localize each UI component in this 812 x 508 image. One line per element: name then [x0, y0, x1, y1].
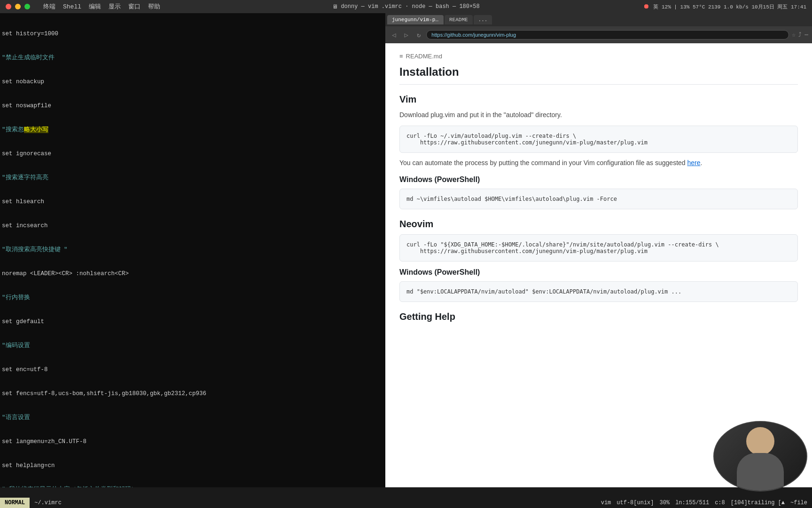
sys-stats: 英 12% | 13% 57°C 2139 1.0 kb/s 10月15日 周五… [653, 3, 806, 10]
subsection-vim: Vim [399, 94, 798, 105]
browser-tab[interactable]: README [445, 15, 473, 24]
minimize-button[interactable] [15, 4, 21, 9]
subsection-neovim: Neovim [399, 219, 798, 230]
share-icon[interactable]: ⤴ [798, 32, 802, 39]
vim-editor[interactable]: set history=1000 "禁止生成临时文件 set nobackup … [0, 13, 385, 487]
window-controls: 终端 Shell 编辑 显示 窗口 帮助 [6, 2, 160, 11]
scroll-percent: 30% [660, 500, 670, 506]
menu-edit[interactable]: 编辑 [89, 2, 101, 11]
automate-text: You can automate the process by putting … [399, 159, 686, 167]
browser-tab-bar: junegunn/vim-plug README ... [385, 13, 812, 26]
automate-paragraph: You can automate the process by putting … [399, 158, 798, 169]
subsection-help: Getting Help [399, 311, 798, 322]
vim-line: "编码设置 [2, 342, 383, 350]
vim-line: "取消搜索高亮快捷键 " [2, 246, 383, 254]
menu-terminal[interactable]: 终端 [43, 2, 55, 11]
windows2-code-block: md "$env:LOCALAPPDATA/nvim/autoload" $en… [399, 281, 798, 302]
terminal-window: set history=1000 "禁止生成临时文件 set nobackup … [0, 13, 812, 487]
vim-line: "禁止生成临时文件 [2, 54, 383, 62]
bookmark-icon[interactable]: ☆ [792, 31, 796, 39]
vim-line: noremap <LEADER><CR> :nohlsearch<CR> [2, 270, 383, 278]
window-title: 🖥 donny — vim .vimrc · node — bash — 180… [332, 3, 479, 10]
status-filepath: ~/.vimrc [30, 500, 66, 506]
subsection-windows: Windows (PowerShell) [399, 175, 798, 184]
record-btn[interactable]: ⏺ [643, 3, 649, 10]
browser-pane: junegunn/vim-plug README ... ◁ ▷ ↻ ☆ ⤴ ⋯… [385, 13, 812, 487]
line-info: ln:155/511 [675, 500, 709, 506]
neovim-code-block: curl -fLo "${XDG_DATA_HOME:-$HOME/.local… [399, 234, 798, 262]
col-info: c:8 [715, 500, 725, 506]
vim-line: "语言设置 [2, 414, 383, 422]
vim-line: set hlsearch [2, 198, 383, 206]
refresh-button[interactable]: ↻ [414, 30, 423, 40]
vim-line: set noswapfile [2, 102, 383, 110]
statusbar: NORMAL ~/.vimrc vim utf-8[unix] 30% ln:1… [0, 498, 812, 508]
vim-line: " 我的状态行显示的内容（包括文件类型和解码） [2, 486, 383, 487]
vim-line: set helplang=cn [2, 462, 383, 470]
person-silhouette [737, 427, 784, 491]
menu-help[interactable]: 帮助 [148, 2, 160, 11]
status-right: vim utf-8[unix] 30% ln:155/511 c:8 [104]… [596, 500, 812, 506]
vim-line: set langmenu=zh_CN.UTF-8 [2, 438, 383, 446]
vim-label: vim [601, 500, 611, 506]
subsection-windows2: Windows (PowerShell) [399, 268, 798, 277]
browser-toolbar: ◁ ▷ ↻ ☆ ⤴ ⋯ [385, 26, 812, 43]
vim-buffer: set history=1000 "禁止生成临时文件 set nobackup … [0, 13, 385, 487]
section-installation: Installation [399, 65, 798, 85]
person-body [737, 453, 784, 491]
more-icon[interactable]: ⋯ [804, 31, 808, 39]
vim-line: set incsearch [2, 222, 383, 230]
vim-line: "搜索逐字符高亮 [2, 174, 383, 182]
close-button[interactable] [6, 4, 11, 9]
vim-line: "行内替换 [2, 294, 383, 302]
forward-button[interactable]: ▷ [401, 30, 411, 40]
app-menu: 终端 Shell 编辑 显示 窗口 帮助 [43, 2, 160, 11]
title-text: donny — vim .vimrc · node — bash — 180×5… [341, 3, 479, 10]
browser-tab-active[interactable]: junegunn/vim-plug [387, 15, 444, 24]
readme-label: README.md [406, 53, 442, 60]
vim-line: set enc=utf-8 [2, 366, 383, 374]
menu-view[interactable]: 显示 [109, 2, 121, 11]
system-info: ⏺ 英 12% | 13% 57°C 2139 1.0 kb/s 10月15日 … [643, 3, 806, 10]
vim-desc: Download plug.vim and put it in the "aut… [399, 110, 798, 121]
back-button[interactable]: ◁ [389, 30, 398, 40]
browser-content: ≡ README.md Installation Vim Download pl… [385, 43, 812, 487]
vim-line: set ignorecase [2, 150, 383, 158]
file-right: ~file [790, 500, 807, 506]
encoding-info: utf-8[unix] [617, 500, 654, 506]
window-icon: 🖥 [332, 3, 338, 10]
toolbar-icons: ☆ ⤴ ⋯ [792, 31, 808, 39]
vim-line: set nobackup [2, 78, 383, 86]
menu-shell[interactable]: Shell [63, 3, 81, 10]
vim-desc-text: Download plug.vim and put it in the "aut… [399, 111, 562, 119]
person-head [746, 427, 774, 455]
vim-line: set gdefault [2, 318, 383, 326]
url-input[interactable] [426, 30, 789, 40]
vim-line: "搜索忽略大小写 [2, 126, 383, 134]
titlebar: 终端 Shell 编辑 显示 窗口 帮助 🖥 donny — vim .vimr… [0, 0, 812, 13]
browser-tab-new[interactable]: ... [474, 15, 492, 24]
trailing-info: [104]trailing [▲ [731, 500, 785, 506]
vim-line: set history=1000 [2, 30, 383, 38]
vim-code-block: curl -fLo ~/.vim/autoload/plug.vim --cre… [399, 126, 798, 153]
vim-mode: NORMAL [0, 498, 30, 508]
webcam-content [714, 422, 806, 491]
maximize-button[interactable] [24, 4, 30, 9]
readme-icon: ≡ [399, 53, 403, 60]
windows-code-block: md ~\vimfiles\autoload $HOME\vimfiles\au… [399, 189, 798, 209]
menu-window[interactable]: 窗口 [128, 2, 141, 11]
readme-header: ≡ README.md [399, 53, 798, 60]
vim-line: set fencs=utf-8,ucs-bom,shift-jis,gb1803… [2, 390, 383, 398]
webcam-overlay [713, 421, 807, 492]
here-link[interactable]: here [687, 159, 700, 167]
